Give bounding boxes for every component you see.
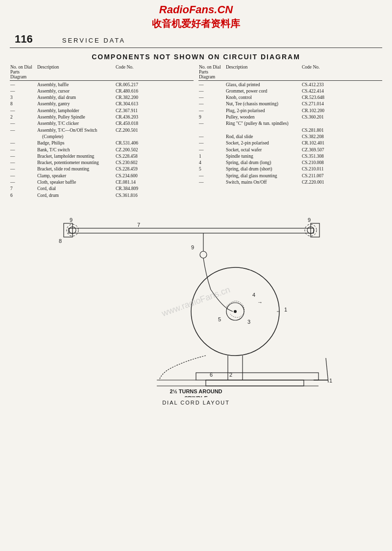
part-number: 7 xyxy=(10,186,37,192)
part-number: — xyxy=(10,120,37,127)
left-table-rows: — Assembly, baffle CR.005.217 — Assembly… xyxy=(10,82,194,199)
header-divider xyxy=(10,48,382,48)
description: Pulley, wooden xyxy=(225,114,301,120)
description: Assembly, gantry xyxy=(37,101,115,107)
svg-text:8: 8 xyxy=(59,238,62,244)
table-row: — Assembly, cursor CR.480.616 xyxy=(10,88,194,95)
table-row: — Grommet, power cord CS.422.414 xyxy=(198,88,382,95)
description: Cord, dial xyxy=(37,186,115,192)
description: Bracket, lampholder mounting xyxy=(37,153,115,160)
code-number: CR.102.401 xyxy=(301,140,340,146)
table-row: — Cloth, speaker baffle CE.081.14 xyxy=(10,179,194,186)
code-number: CZ.369.507 xyxy=(301,147,340,153)
left-col2-header: Description xyxy=(37,65,115,79)
code-number: CZ.200.502 xyxy=(115,147,154,153)
part-number: — xyxy=(10,166,37,172)
part-number: — xyxy=(198,179,225,186)
right-col2-header: Description xyxy=(225,65,301,79)
code-number: CZ.220.001 xyxy=(301,179,340,186)
table-row: 9 Pulley, wooden CS.360.201 xyxy=(198,114,382,120)
part-number: — xyxy=(198,140,225,146)
diagram-section: .diagram-text { font-family: Arial, sans… xyxy=(0,206,392,397)
part-number: — xyxy=(10,160,37,166)
description xyxy=(225,127,301,134)
description: Cloth, speaker baffle xyxy=(37,179,115,186)
code-number: CS.211.007 xyxy=(301,173,340,179)
description: Bank, T/C switch xyxy=(37,147,115,153)
description: Grommet, power cord xyxy=(225,88,301,95)
right-table-rows: — Glass, dial printed CS.412.233 — Gromm… xyxy=(198,82,382,186)
code-number: CS.412.233 xyxy=(301,82,340,88)
description: Socket, octal wafer xyxy=(225,147,301,153)
table-row: 7 Cord, dial CR.384.809 xyxy=(10,186,194,192)
table-row: — Assembly, T/C—On/Off Switch(Complete) … xyxy=(10,127,194,141)
part-number: 4 xyxy=(198,160,225,166)
description: Switch, mains On/Off xyxy=(225,179,301,186)
svg-text:9: 9 xyxy=(191,244,194,250)
table-row: 5 Spring, dial drum (short) CS.210.011 xyxy=(198,166,382,172)
radiofans-title: RadioFans.CN xyxy=(0,3,392,17)
table-row: — Nut, Tee (chassis mounting) CS.271.014 xyxy=(198,101,382,107)
table-row: 1 Spindle tuning CS.351.308 xyxy=(198,153,382,160)
svg-text:5: 5 xyxy=(218,316,221,322)
description: Assembly, dial drum xyxy=(37,95,115,101)
diagram-caption: DIAL CORD LAYOUT xyxy=(0,400,392,406)
part-number: — xyxy=(198,120,225,127)
svg-rect-23 xyxy=(206,380,304,386)
description: Ring "C" (pulley & tun. spindles) xyxy=(225,120,301,127)
table-row: — Spring, dial glass mounting CS.211.007 xyxy=(198,173,382,179)
description: Spring, dial glass mounting xyxy=(225,173,301,179)
part-number: — xyxy=(10,153,37,160)
part-number: — xyxy=(198,108,225,114)
description: Bracket, slide rod mounting xyxy=(37,166,115,172)
left-col3-header: Code No. xyxy=(115,65,154,79)
table-row: — Assembly, lampholder CZ.367.911 xyxy=(10,108,194,114)
description: Plug, 2-pin polarised xyxy=(225,108,301,114)
description: Cord, drum xyxy=(37,192,115,199)
chinese-title: 收音机爱好者资料库 xyxy=(0,17,392,30)
code-number: CE.081.14 xyxy=(115,179,154,186)
table-row: 4 Spring, dial drum (long) CS.210.008 xyxy=(198,160,382,166)
part-number: — xyxy=(10,88,37,95)
code-number: CS.228.458 xyxy=(115,153,154,160)
code-number: CS.234.600 xyxy=(115,173,154,179)
left-col1-header: No. on DialParts Diagram xyxy=(10,65,37,79)
part-number: — xyxy=(10,108,37,114)
left-table: No. on DialParts Diagram Description Cod… xyxy=(10,65,194,199)
table-row: — Rod, dial slide CS.382.208 xyxy=(198,134,382,140)
svg-text:2: 2 xyxy=(229,372,232,378)
description: Knob, control xyxy=(225,95,301,101)
table-row: — Badge, Philips CR.531.406 xyxy=(10,140,194,146)
code-number: CR.450.018 xyxy=(115,120,154,127)
table-row: — Bracket, lampholder mounting CS.228.45… xyxy=(10,153,194,160)
part-number: — xyxy=(10,82,37,88)
part-number: — xyxy=(198,82,225,88)
part-number: — xyxy=(198,173,225,179)
code-number: CR.480.616 xyxy=(115,88,154,95)
code-number: CS.361.816 xyxy=(115,192,154,199)
code-number: CS.360.201 xyxy=(301,114,340,120)
diagram-container: .diagram-text { font-family: Arial, sans… xyxy=(54,206,338,397)
code-number: CS.271.014 xyxy=(301,101,340,107)
svg-text:1: 1 xyxy=(284,307,287,312)
table-row: 3 Assembly, dial drum CR.382.200 xyxy=(10,95,194,101)
table-row: 6 Cord, drum CS.361.816 xyxy=(10,192,194,199)
description: Glass, dial printed xyxy=(225,82,301,88)
code-number xyxy=(301,120,340,127)
svg-text:2½ TURNS AROUND: 2½ TURNS AROUND xyxy=(170,388,222,394)
svg-point-11 xyxy=(200,251,207,258)
code-number: CR.382.200 xyxy=(115,95,154,101)
part-number: 6 xyxy=(10,192,37,199)
right-table: No. on DialParts Diagram Description Cod… xyxy=(198,65,382,199)
page-header: 116 SERVICE DATA xyxy=(0,31,392,46)
part-number: 3 xyxy=(10,95,37,101)
description: Clamp, speaker xyxy=(37,173,115,179)
code-number: CR.436.203 xyxy=(115,114,154,120)
svg-text:SPINDLE: SPINDLE xyxy=(184,395,208,397)
svg-rect-0 xyxy=(69,228,314,233)
code-number: CS.210.011 xyxy=(301,166,340,172)
table-row: — Bracket, potentiometer mounting CS.230… xyxy=(10,160,194,166)
svg-text:→: → xyxy=(257,299,263,305)
code-number: CZ.200.501 xyxy=(115,127,154,141)
svg-text:6: 6 xyxy=(210,372,213,378)
